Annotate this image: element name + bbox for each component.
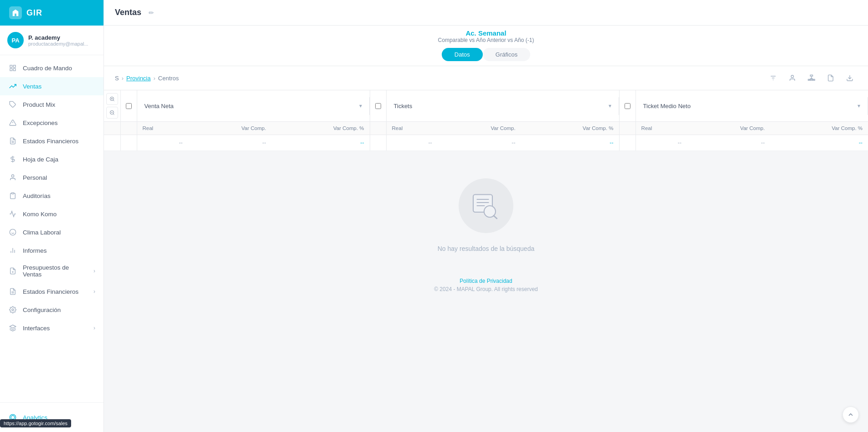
ticket-medio-label: Ticket Medio Neto [643, 103, 691, 109]
ticket-medio-chevron[interactable]: ▾ [858, 103, 860, 109]
sidebar-item-auditorias[interactable]: Auditorías [0, 187, 103, 205]
sidebar-item-label: Clima Laboral [23, 229, 61, 236]
pdf-icon-btn[interactable] [823, 71, 838, 85]
svg-rect-11 [11, 193, 14, 194]
sidebar-header: GIR [0, 0, 103, 26]
venta-neta-label: Venta Neta [145, 103, 174, 109]
breadcrumb-sep-1: › [122, 75, 124, 82]
graficos-button[interactable]: Gráficos [483, 48, 530, 61]
edit-icon[interactable]: ✏ [149, 9, 154, 16]
sidebar-item-estados-financieros-2[interactable]: Estados Financieros › [0, 282, 103, 301]
file-text-2-icon [8, 287, 17, 296]
breadcrumb-bar: S › Provincia › Centros [104, 66, 868, 90]
chevron-right-icon: › [93, 288, 95, 295]
sidebar-item-configuracion[interactable]: Configuración [0, 301, 103, 319]
sidebar-item-label: Presupuestos de Ventas [23, 264, 88, 278]
smile-icon [8, 228, 17, 237]
sidebar-item-label: Interfaces [23, 325, 50, 332]
check-data-col [120, 135, 137, 151]
sidebar-item-label: Informes [23, 247, 47, 254]
sidebar-item-label: Hoja de Caja [23, 156, 58, 163]
tickets-label: Tickets [394, 103, 413, 109]
header-title: Ac. Semanal [115, 29, 857, 37]
url-tooltip: https://app.gotogir.com/sales [0, 419, 71, 427]
check-sub-col [120, 122, 137, 135]
sidebar-item-komo-komo[interactable]: Komo Komo [0, 205, 103, 223]
var-comp-pct-1-header: Var Comp. % [272, 122, 370, 135]
user-profile[interactable]: PA P. academy productacademy@mapal... [0, 26, 103, 55]
header-subtitle: Comparable vs Año Anterior vs Año (-1) [115, 37, 857, 43]
sidebar-item-product-mix[interactable]: Product Mix [0, 95, 103, 114]
org-icon-btn[interactable] [804, 71, 819, 85]
zoom-col-header [104, 90, 120, 122]
sidebar: GIR PA P. academy productacademy@mapal..… [0, 0, 104, 432]
sub-header-row: Real Var Comp. Var Comp. % Real Var Comp… [104, 122, 868, 135]
ticket-medio-header: Ticket Medio Neto ▾ [636, 90, 868, 122]
svg-rect-0 [10, 65, 12, 68]
svg-rect-3 [13, 68, 16, 71]
real-3-cell: -- [636, 135, 687, 151]
select-all-checkbox[interactable] [126, 103, 132, 109]
person-icon-btn[interactable] [785, 71, 800, 85]
sidebar-item-ventas[interactable]: Ventas [0, 77, 103, 95]
ticket-medio-checkbox[interactable] [625, 103, 630, 109]
sidebar-item-estados-financieros[interactable]: Estados Financieros [0, 132, 103, 150]
sidebar-item-personal[interactable]: Personal [0, 168, 103, 187]
svg-point-22 [12, 309, 14, 311]
sidebar-item-label: Ventas [23, 83, 41, 90]
sidebar-item-interfaces[interactable]: Interfaces › [0, 319, 103, 337]
zoom-out-btn[interactable] [106, 107, 118, 119]
page-title: Ventas [115, 8, 141, 17]
zoom-in-btn[interactable] [106, 93, 118, 105]
page-header: Ac. Semanal Comparable vs Año Anterior v… [104, 26, 868, 66]
download-icon-btn[interactable] [842, 71, 857, 85]
privacy-link[interactable]: Política de Privacidad [111, 278, 861, 284]
table-row: -- -- -- -- -- -- -- -- -- [104, 135, 868, 151]
view-toggle: Datos Gráficos [442, 48, 530, 61]
check-data-col-2 [370, 135, 386, 151]
tag-icon [8, 100, 17, 109]
tickets-chevron[interactable]: ▾ [609, 103, 611, 109]
data-table: Venta Neta ▾ Tickets ▾ [104, 90, 868, 151]
sidebar-item-informes[interactable]: Informes [0, 241, 103, 260]
breadcrumb-centros: Centros [158, 75, 179, 82]
file-dollar-icon [8, 266, 17, 276]
check-sub-col-3 [619, 122, 636, 135]
sidebar-item-label: Auditorías [23, 193, 51, 199]
var-comp-2-cell: -- [438, 135, 521, 151]
filter-icon-btn[interactable] [766, 71, 780, 85]
scroll-to-top-btn[interactable] [842, 406, 859, 423]
datos-button[interactable]: Datos [442, 48, 483, 61]
sidebar-item-hoja-de-caja[interactable]: Hoja de Caja [0, 150, 103, 168]
svg-point-10 [11, 175, 14, 177]
sidebar-item-cuadro-de-mando[interactable]: Cuadro de Mando [0, 59, 103, 77]
zoom-data-col [104, 135, 120, 151]
sidebar-item-label: Cuadro de Mando [23, 65, 72, 72]
avatar: PA [7, 32, 24, 48]
sidebar-footer: Analytics [0, 402, 103, 432]
logo-icon [9, 6, 22, 19]
zoom-sub-col [104, 122, 120, 135]
bar-chart-icon [8, 246, 17, 255]
svg-point-29 [791, 75, 793, 78]
sidebar-item-label: Estados Financieros [23, 288, 78, 295]
sidebar-item-label: Personal [23, 174, 47, 181]
breadcrumb-s: S [115, 75, 119, 82]
app-title: GIR [26, 8, 42, 18]
check-col-header [120, 90, 137, 122]
sidebar-item-excepciones[interactable]: Excepciones [0, 114, 103, 132]
sidebar-item-presupuestos-ventas[interactable]: Presupuestos de Ventas › [0, 260, 103, 282]
tickets-checkbox[interactable] [375, 103, 381, 109]
venta-neta-chevron[interactable]: ▾ [359, 103, 362, 109]
activity-icon [8, 209, 17, 219]
check-col-header-3 [619, 90, 636, 122]
main-content: Ventas ✏ Ac. Semanal Comparable vs Año A… [104, 0, 868, 432]
user-name: P. academy [28, 34, 96, 41]
breadcrumb-provincia[interactable]: Provincia [126, 75, 150, 82]
toolbar-icons [766, 71, 857, 85]
sidebar-item-clima-laboral[interactable]: Clima Laboral [0, 223, 103, 241]
dollar-sign-icon [8, 155, 17, 164]
table-wrapper: Venta Neta ▾ Tickets ▾ [104, 90, 868, 432]
user-email: productacademy@mapal... [28, 41, 96, 47]
svg-rect-2 [10, 68, 12, 71]
